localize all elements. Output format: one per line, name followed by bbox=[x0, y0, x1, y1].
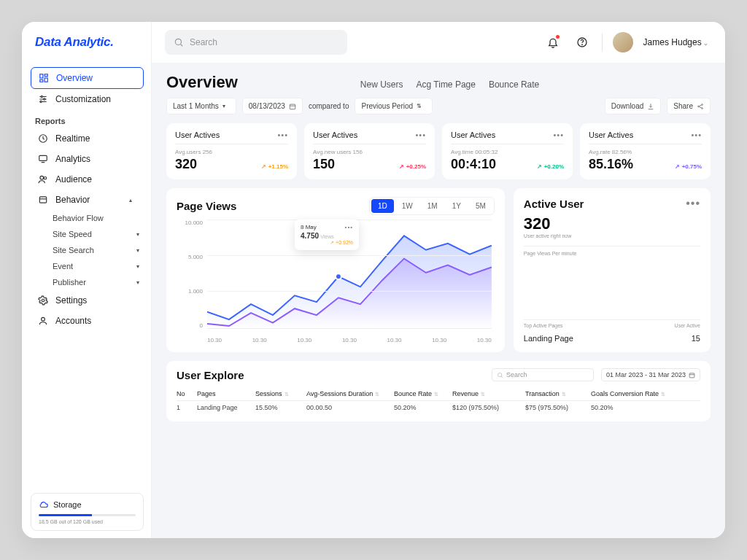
active-user-title: Active User bbox=[524, 198, 584, 210]
svg-rect-2 bbox=[44, 78, 47, 82]
more-icon[interactable]: ••• bbox=[277, 131, 288, 139]
tab-bounce-rate[interactable]: Bounce Rate bbox=[489, 79, 539, 90]
nav-behavior-flow[interactable]: Behavior Flow bbox=[31, 210, 144, 226]
table-header: No Pages Sessions⇅ Avg-Sessions Duration… bbox=[177, 387, 700, 401]
more-icon[interactable]: ••• bbox=[415, 131, 426, 139]
svg-line-34 bbox=[501, 376, 503, 378]
tab-new-users[interactable]: New Users bbox=[360, 79, 403, 90]
dashboard-icon bbox=[39, 73, 49, 83]
nav-realtime[interactable]: Realtime bbox=[31, 128, 144, 149]
download-icon bbox=[647, 103, 654, 110]
date-picker[interactable]: 08/13/2023 bbox=[242, 98, 303, 114]
svg-point-19 bbox=[175, 39, 181, 44]
active-user-panel: Active User ••• 320 User active right no… bbox=[514, 188, 711, 352]
nav-accounts[interactable]: Accounts bbox=[31, 311, 144, 331]
brand-logo: Data Analytic. bbox=[31, 35, 144, 50]
sliders-icon bbox=[38, 94, 48, 104]
active-user-bars bbox=[524, 263, 700, 320]
period-select[interactable]: Last 1 Months▾ bbox=[166, 98, 236, 114]
chevron-down-icon: ⌵ bbox=[704, 40, 712, 47]
svg-point-13 bbox=[40, 176, 44, 179]
notifications-button[interactable] bbox=[543, 33, 562, 52]
user-explore-title: User Explore bbox=[177, 369, 244, 381]
users-icon bbox=[38, 174, 48, 184]
share-icon bbox=[697, 103, 704, 110]
svg-point-26 bbox=[702, 104, 703, 105]
calendar-icon bbox=[689, 372, 695, 378]
chevron-down-icon: ▾ bbox=[136, 279, 144, 286]
chevron-down-icon: ▾ bbox=[136, 263, 144, 270]
stat-card: User Actives••• Avg.new users 156 150↗ +… bbox=[304, 123, 435, 179]
svg-point-14 bbox=[44, 177, 47, 180]
monitor-icon bbox=[38, 154, 48, 164]
tab-acg-time[interactable]: Acg Time Page bbox=[417, 79, 476, 90]
avatar[interactable] bbox=[613, 32, 633, 52]
nav-site-speed[interactable]: Site Speed▾ bbox=[31, 226, 144, 242]
compared-to-label: compared to bbox=[309, 102, 349, 110]
stat-card: User Actives••• Avg.users 256 320↗ +1.15… bbox=[166, 123, 297, 179]
svg-rect-3 bbox=[40, 79, 43, 82]
more-icon[interactable]: ••• bbox=[691, 131, 702, 139]
svg-rect-15 bbox=[39, 197, 46, 203]
range-1D[interactable]: 1D bbox=[371, 199, 394, 213]
compare-select[interactable]: Previous Period⇅ bbox=[355, 98, 433, 114]
share-button[interactable]: Share bbox=[667, 98, 711, 114]
svg-line-20 bbox=[180, 44, 182, 46]
svg-point-33 bbox=[498, 373, 501, 376]
svg-point-18 bbox=[42, 317, 45, 321]
active-user-value: 320 bbox=[524, 214, 700, 233]
nav-audience[interactable]: Audience bbox=[31, 169, 144, 190]
top-page-name: Landing Page bbox=[524, 334, 573, 343]
storage-widget: Storage 18.5 GB out of 120 GB used bbox=[31, 493, 144, 531]
svg-point-17 bbox=[42, 299, 44, 302]
svg-point-9 bbox=[40, 101, 42, 102]
cloud-icon bbox=[39, 499, 49, 510]
stat-card: User Actives••• Avg.rate 82.56% 85.16%↗ … bbox=[580, 123, 711, 179]
nav-behavior[interactable]: Behavior ▴ bbox=[31, 190, 144, 210]
svg-rect-23 bbox=[290, 104, 295, 109]
download-button[interactable]: Download bbox=[605, 98, 661, 114]
more-icon[interactable]: ••• bbox=[345, 224, 353, 230]
svg-rect-35 bbox=[689, 373, 694, 377]
page-title: Overview bbox=[166, 73, 238, 92]
more-icon[interactable]: ••• bbox=[686, 197, 700, 210]
range-segmented[interactable]: 1D1W1M1Y5M bbox=[369, 197, 495, 215]
explore-date-range[interactable]: 01 Mar 2023 - 31 Mar 2023 bbox=[601, 368, 700, 381]
help-icon bbox=[576, 36, 588, 48]
nav-event[interactable]: Event▾ bbox=[31, 258, 144, 274]
nav-publisher[interactable]: Publisher▾ bbox=[31, 274, 144, 290]
nav-analytics[interactable]: Analytics bbox=[31, 149, 144, 169]
help-button[interactable] bbox=[573, 33, 592, 52]
range-1W[interactable]: 1W bbox=[395, 199, 419, 213]
search-input[interactable]: Search bbox=[165, 30, 347, 55]
more-icon[interactable]: ••• bbox=[553, 131, 564, 139]
search-icon bbox=[497, 372, 503, 378]
range-5M[interactable]: 5M bbox=[469, 199, 492, 213]
range-1Y[interactable]: 1Y bbox=[446, 199, 468, 213]
top-page-value: 15 bbox=[692, 334, 700, 343]
reports-label: Reports bbox=[35, 117, 144, 125]
chevron-down-icon: ▾ bbox=[136, 231, 144, 238]
range-1M[interactable]: 1M bbox=[421, 199, 444, 213]
chevron-down-icon: ▾ bbox=[136, 247, 144, 254]
svg-rect-1 bbox=[44, 74, 47, 77]
nav-settings[interactable]: Settings bbox=[31, 290, 144, 311]
calendar-icon bbox=[289, 103, 296, 110]
explore-search[interactable]: Search bbox=[492, 368, 594, 381]
table-row[interactable]: 1 Landing Page 15.50% 00.00.50 50.20% $1… bbox=[177, 401, 700, 414]
stat-card: User Actives••• Avg.time 00:05:32 00:4:1… bbox=[442, 123, 573, 179]
gear-icon bbox=[38, 295, 48, 306]
nav-overview[interactable]: Overview bbox=[31, 67, 144, 89]
page-views-chart: 10.0005.0001.0000 8 May••• 4.750 Views ↗… bbox=[177, 219, 495, 343]
nav-site-search[interactable]: Site Search▾ bbox=[31, 242, 144, 258]
svg-point-7 bbox=[41, 96, 42, 97]
svg-rect-11 bbox=[39, 155, 47, 160]
layers-icon bbox=[38, 195, 48, 205]
svg-point-22 bbox=[581, 44, 582, 45]
svg-line-29 bbox=[699, 106, 701, 108]
svg-point-32 bbox=[336, 273, 341, 279]
chart-tooltip: 8 May••• 4.750 Views ↗ +0.92% bbox=[295, 219, 359, 250]
search-icon bbox=[174, 37, 184, 47]
user-menu[interactable]: James Hudges ⌵ bbox=[643, 37, 712, 47]
nav-customization[interactable]: Customization bbox=[31, 89, 144, 109]
